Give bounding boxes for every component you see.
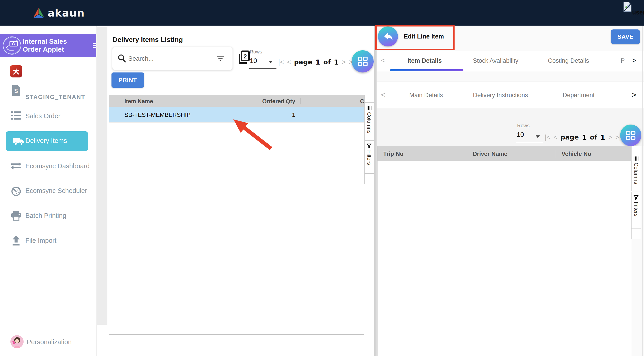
detail-columns-tab[interactable]: Columns	[631, 153, 641, 191]
search-input[interactable]	[128, 54, 214, 64]
center-scrollbar[interactable]	[374, 25, 376, 356]
next-page-button[interactable]: >	[342, 58, 346, 66]
tabs-scroll-left-icon[interactable]: <	[381, 56, 386, 65]
subtab-main-details[interactable]: Main Details	[409, 92, 443, 99]
filters-tab-label: Filters	[366, 150, 372, 165]
strip-spacer	[631, 228, 641, 239]
active-tab-underline	[390, 69, 464, 71]
brand-name: akaun	[48, 7, 84, 19]
rows-caret-down-icon[interactable]	[269, 61, 273, 63]
detail-prev-page-button[interactable]: <	[553, 134, 557, 141]
page-title: Delivery Items Listing	[112, 36, 183, 43]
pages-icon[interactable]: 2	[236, 50, 250, 65]
save-button[interactable]: SAVE	[611, 29, 640, 44]
broken-user-image-icon	[623, 2, 632, 12]
rows-per-page-label: Rows	[250, 49, 262, 55]
sidebar-item-batch-printing[interactable]: Batch Printing	[26, 212, 66, 219]
sidebar-item-sales-order[interactable]: Sales Order	[26, 112, 60, 120]
trips-table: Trip No Driver Name Vehicle No	[377, 146, 631, 356]
column-header-truncated[interactable]: C	[360, 98, 364, 105]
tabs-scroll-right-icon[interactable]: >	[632, 56, 636, 65]
subtabs-fade	[619, 82, 644, 108]
user-avatar-alt-text[interactable]: user	[632, 9, 644, 16]
sidebar-item-file-import[interactable]: File Import	[26, 237, 56, 244]
app-window: akaun user Internal Sales Order Applet	[0, 0, 644, 356]
detail-rows-caret-down-icon[interactable]	[536, 135, 540, 138]
detail-filters-tab-label: Filters	[633, 202, 639, 217]
columns-tab[interactable]: Columns	[364, 102, 374, 140]
detail-side-strip: Columns Filters	[631, 146, 641, 239]
columns-tab-label: Columns	[366, 112, 372, 134]
tenant-logo-icon	[10, 65, 22, 77]
prev-page-button[interactable]: <	[287, 58, 291, 66]
personalization-avatar[interactable]	[10, 335, 24, 348]
strip-spacer	[364, 95, 374, 102]
subtabs-scroll-right-icon[interactable]: >	[632, 90, 636, 99]
funnel-icon	[366, 143, 372, 148]
detail-page-word: page	[560, 133, 579, 141]
column-header-vehicle-no[interactable]: Vehicle No	[562, 150, 592, 157]
print-button[interactable]: PRINT	[112, 72, 144, 88]
svg-text:2: 2	[244, 53, 247, 60]
tab-costing-details[interactable]: Costing Details	[548, 57, 589, 64]
grid-icon	[358, 56, 368, 67]
funnel-icon	[633, 195, 639, 200]
delivery-items-table: Item Name Ordered Qty C SB-TEST-MEMBERSH…	[109, 95, 364, 335]
trips-table-header-row: Trip No Driver Name Vehicle No	[378, 146, 631, 161]
columns-icon	[367, 106, 372, 110]
listing-pagination: |< < page 1 of 1 > >|	[278, 57, 354, 67]
detail-rows-underline	[516, 143, 544, 143]
first-page-button[interactable]: |<	[278, 58, 284, 66]
delivery-truck-icon	[13, 136, 24, 146]
of-word: of	[323, 58, 331, 66]
columns-icon	[634, 156, 638, 161]
subtab-department[interactable]: Department	[563, 92, 594, 99]
page-word: page	[294, 58, 312, 66]
filter-lines-icon[interactable]	[217, 55, 224, 61]
subtab-delivery-instructions[interactable]: Delivery Instructions	[473, 92, 528, 99]
applet-hand-money-icon	[2, 36, 22, 55]
detail-subtabs-row: < Main Details Delivery Instructions Dep…	[377, 81, 644, 108]
listing-side-strip: Columns Filters	[364, 95, 374, 184]
total-pages: 1	[334, 58, 339, 66]
detail-scrollbar[interactable]	[642, 25, 643, 356]
cell-item-name: SB-TEST-MEMBERSHIP	[124, 111, 190, 118]
tab-item-details[interactable]: Item Details	[408, 57, 442, 64]
subtabs-scroll-left-icon[interactable]: <	[381, 90, 386, 99]
sidebar-item-ecomsync-dashboard[interactable]: Ecomsync Dashboard	[26, 162, 90, 170]
detail-columns-tab-label: Columns	[633, 163, 639, 184]
sidebar-item-delivery-items-label: Delivery Items	[26, 137, 67, 144]
tab-stock-availability[interactable]: Stock Availability	[473, 57, 518, 64]
collapse-menu-icon	[93, 43, 96, 48]
sync-arrows-icon	[11, 161, 21, 170]
column-header-ordered-qty[interactable]: Ordered Qty	[236, 98, 295, 105]
grid-icon	[626, 130, 636, 140]
sidebar-item-staging-tenant[interactable]: STAGING_TENANT	[26, 93, 85, 100]
detail-of-word: of	[590, 133, 597, 141]
table-header-row: Item Name Ordered Qty C	[109, 95, 364, 107]
cell-ordered-qty: 1	[236, 111, 295, 118]
line-items-icon	[11, 111, 21, 120]
detail-grid-view-button[interactable]	[620, 125, 641, 146]
column-header-trip-no[interactable]: Trip No	[383, 150, 404, 157]
column-header-item-name[interactable]: Item Name	[124, 98, 153, 105]
table-row-selected[interactable]: SB-TEST-MEMBERSHIP 1	[109, 107, 364, 122]
filters-tab[interactable]: Filters	[364, 140, 374, 173]
akaun-logo-icon	[32, 6, 45, 19]
detail-next-page-button[interactable]: >	[608, 134, 612, 141]
column-header-driver-name[interactable]: Driver Name	[473, 150, 507, 157]
rows-per-page-select[interactable]: 10	[250, 57, 257, 64]
search-icon	[118, 54, 126, 63]
grid-view-button[interactable]	[352, 50, 374, 72]
detail-rows-select[interactable]: 10	[517, 131, 524, 138]
printer-icon	[11, 211, 21, 221]
sidebar-item-personalization[interactable]: Personalization	[27, 338, 72, 346]
sidebar: Internal Sales Order Applet STAGING_TENA…	[0, 25, 96, 356]
top-navbar: akaun user	[0, 0, 644, 25]
sidebar-item-ecomsync-scheduler[interactable]: Ecomsync Scheduler	[26, 187, 87, 195]
strip-spacer	[631, 146, 641, 153]
detail-filters-tab[interactable]: Filters	[631, 192, 641, 228]
sidebar-scrollbar-thumb[interactable]	[97, 27, 108, 325]
detail-first-page-button[interactable]: |<	[545, 134, 550, 141]
detail-pagination: |< < page 1 of 1 > >|	[545, 132, 621, 142]
